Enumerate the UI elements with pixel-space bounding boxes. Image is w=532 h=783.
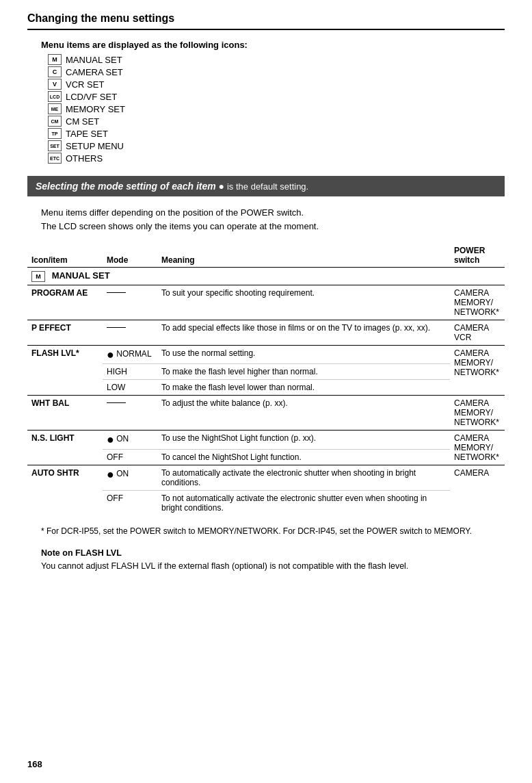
memory-set-icon: ME bbox=[48, 103, 62, 114]
others-label: OTHERS bbox=[66, 153, 103, 164]
item-auto-shtr: AUTO SHTR bbox=[27, 465, 103, 516]
list-item: ETC OTHERS bbox=[48, 153, 491, 164]
list-item: TP TAPE SET bbox=[48, 128, 491, 139]
meaning-flash-lvl-normal: To use the normal setting. bbox=[157, 346, 450, 364]
table-row: FLASH LVL* ● NORMAL To use the normal se… bbox=[27, 346, 505, 364]
list-item: C CAMERA SET bbox=[48, 66, 491, 77]
list-item: CM CM SET bbox=[48, 116, 491, 127]
item-wht-bal: WHT BAL bbox=[27, 396, 103, 431]
intro-line-2: The LCD screen shows only the items you … bbox=[41, 220, 491, 233]
camera-set-icon: C bbox=[48, 66, 62, 77]
power-ns-light: CAMERAMEMORY/NETWORK* bbox=[450, 431, 505, 465]
page-number: 168 bbox=[27, 759, 42, 769]
power-wht-bal: CAMERAMEMORY/NETWORK* bbox=[450, 396, 505, 431]
intro-line-1: Menu items differ depending on the posit… bbox=[41, 206, 491, 220]
lcd-vf-set-label: LCD/VF SET bbox=[66, 92, 117, 102]
mode-flash-lvl-low: LOW bbox=[103, 380, 157, 396]
mode-flash-lvl-normal: ● NORMAL bbox=[103, 346, 157, 364]
page-title: Changing the menu settings bbox=[27, 12, 505, 30]
power-flash-lvl: CAMERAMEMORY/NETWORK* bbox=[450, 346, 505, 396]
th-meaning: Meaning bbox=[157, 244, 450, 268]
item-ns-light: N.S. LIGHT bbox=[27, 431, 103, 465]
manual-set-icon: M bbox=[48, 54, 62, 65]
power-program-ae: CAMERAMEMORY/NETWORK* bbox=[450, 285, 505, 320]
th-icon-item: Icon/item bbox=[27, 244, 103, 268]
camera-set-label: CAMERA SET bbox=[66, 67, 123, 77]
tape-set-icon: TP bbox=[48, 128, 62, 139]
meaning-auto-shtr-on: To automatically activate the electronic… bbox=[157, 465, 450, 491]
meaning-flash-lvl-low: To make the flash level lower than norma… bbox=[157, 380, 450, 396]
menu-icons-list: M MANUAL SET C CAMERA SET V VCR SET LCD … bbox=[41, 54, 491, 164]
others-icon: ETC bbox=[48, 153, 62, 164]
footnote: * For DCR-IP55, set the POWER switch to … bbox=[41, 525, 491, 537]
meaning-auto-shtr-off: To not automatically activate the electr… bbox=[157, 491, 450, 516]
selecting-header: Selecting the mode setting of each item … bbox=[27, 176, 505, 196]
meaning-wht-bal: To adjust the white balance (p. xx). bbox=[157, 396, 450, 431]
table-row: P EFFECT To add special effects like tho… bbox=[27, 320, 505, 346]
item-p-effect: P EFFECT bbox=[27, 320, 103, 346]
list-item: LCD LCD/VF SET bbox=[48, 91, 491, 102]
note-text: You cannot adjust FLASH LVL if the exter… bbox=[41, 560, 491, 573]
list-item: V VCR SET bbox=[48, 79, 491, 90]
manual-set-section-label: MANUAL SET bbox=[52, 270, 110, 281]
manual-set-label: MANUAL SET bbox=[66, 55, 122, 65]
note-title: Note on FLASH LVL bbox=[41, 547, 491, 560]
selecting-header-normal: is the default setting. bbox=[227, 181, 308, 192]
vcr-set-icon: V bbox=[48, 79, 62, 90]
menu-icons-intro: Menu items are displayed as the followin… bbox=[41, 40, 491, 50]
th-power-switch: POWERswitch bbox=[450, 244, 505, 268]
table-row: PROGRAM AE To suit your specific shootin… bbox=[27, 285, 505, 320]
meaning-ns-light-off: To cancel the NightShot Light function. bbox=[157, 449, 450, 465]
meaning-ns-light-on: To use the NightShot Light function (p. … bbox=[157, 431, 450, 450]
table-row: WHT BAL To adjust the white balance (p. … bbox=[27, 396, 505, 431]
section-header-cell: M MANUAL SET bbox=[27, 268, 505, 285]
th-mode: Mode bbox=[103, 244, 157, 268]
list-item: ME MEMORY SET bbox=[48, 103, 491, 114]
meaning-p-effect: To add special effects like those in fil… bbox=[157, 320, 450, 346]
meaning-flash-lvl-high: To make the flash level higher than norm… bbox=[157, 364, 450, 380]
table-row: N.S. LIGHT ● ON To use the NightShot Lig… bbox=[27, 431, 505, 450]
item-program-ae: PROGRAM AE bbox=[27, 285, 103, 320]
power-auto-shtr: CAMERA bbox=[450, 465, 505, 516]
main-table: Icon/item Mode Meaning POWERswitch M MAN… bbox=[27, 244, 505, 515]
mode-ns-light-off: OFF bbox=[103, 449, 157, 465]
selecting-header-bold: Selecting the mode setting of each item bbox=[36, 181, 216, 192]
manual-set-section-icon: M bbox=[31, 271, 45, 282]
cm-set-label: CM SET bbox=[66, 116, 99, 127]
mode-wht-bal bbox=[103, 396, 157, 431]
setup-menu-icon: SET bbox=[48, 140, 62, 151]
mode-program-ae bbox=[103, 285, 157, 320]
cm-set-icon: CM bbox=[48, 116, 62, 127]
meaning-program-ae: To suit your specific shooting requireme… bbox=[157, 285, 450, 320]
memory-set-label: MEMORY SET bbox=[66, 104, 125, 114]
list-item: SET SETUP MENU bbox=[48, 140, 491, 151]
mode-p-effect bbox=[103, 320, 157, 346]
setup-menu-label: SETUP MENU bbox=[66, 141, 124, 151]
mode-flash-lvl-high: HIGH bbox=[103, 364, 157, 380]
menu-icons-section: Menu items are displayed as the followin… bbox=[27, 40, 505, 164]
mode-auto-shtr-on: ● ON bbox=[103, 465, 157, 491]
intro-text: Menu items differ depending on the posit… bbox=[41, 206, 491, 233]
power-p-effect: CAMERAVCR bbox=[450, 320, 505, 346]
lcd-vf-set-icon: LCD bbox=[48, 91, 62, 102]
selecting-header-bullet: ● bbox=[219, 181, 224, 192]
item-flash-lvl: FLASH LVL* bbox=[27, 346, 103, 396]
list-item: M MANUAL SET bbox=[48, 54, 491, 65]
mode-auto-shtr-off: OFF bbox=[103, 491, 157, 516]
section-header-row: M MANUAL SET bbox=[27, 268, 505, 285]
mode-ns-light-on: ● ON bbox=[103, 431, 157, 450]
vcr-set-label: VCR SET bbox=[66, 79, 104, 90]
note-section: Note on FLASH LVL You cannot adjust FLAS… bbox=[41, 547, 491, 573]
tape-set-label: TAPE SET bbox=[66, 129, 108, 139]
table-row: AUTO SHTR ● ON To automatically activate… bbox=[27, 465, 505, 491]
